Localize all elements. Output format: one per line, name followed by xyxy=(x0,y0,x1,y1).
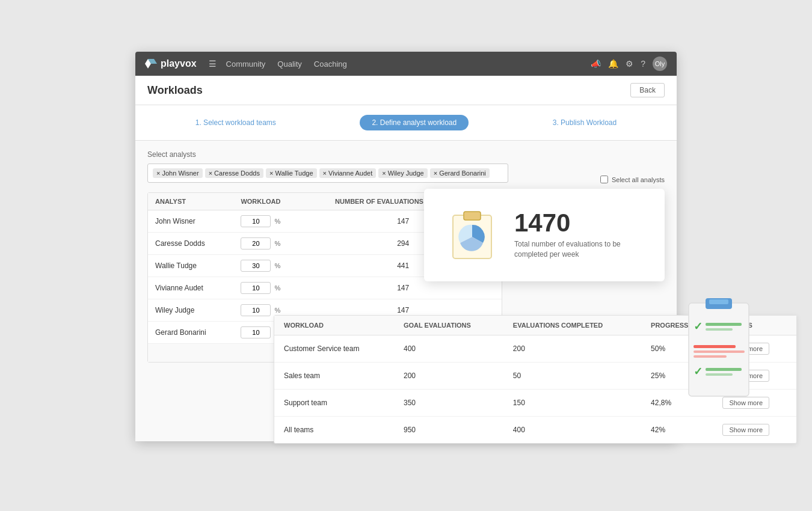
svg-text:✓: ✓ xyxy=(694,320,703,332)
popup-description: Total number of evaluations to be comple… xyxy=(514,239,623,260)
checklist-decoration: ✓ ✓ xyxy=(683,291,755,402)
nav-quality[interactable]: Quality xyxy=(277,60,301,69)
wt-workload: All teams xyxy=(274,417,394,444)
nav-icons: 📣 🔔 ⚙ ? Oly xyxy=(591,57,667,71)
step-1[interactable]: 1. Select workload teams xyxy=(183,115,288,130)
popup-card: 1470 Total number of evaluations to be c… xyxy=(424,189,665,281)
back-button[interactable]: Back xyxy=(630,83,665,97)
wt-workload: Customer Service team xyxy=(274,335,394,363)
logo: playvox xyxy=(145,58,197,70)
navbar: playvox ☰ Community Quality Coaching 📣 🔔… xyxy=(135,52,677,76)
bell-icon[interactable]: 🔔 xyxy=(608,59,618,69)
wt-col-workload: WORKLOAD xyxy=(274,316,394,335)
workload-cell: % xyxy=(233,210,304,233)
analyst-name: John Wisner xyxy=(148,210,233,233)
wt-completed: 200 xyxy=(503,335,641,363)
tags-input[interactable]: × John Wisner × Caresse Dodds × Wallie T… xyxy=(147,164,508,183)
wt-goal: 950 xyxy=(394,417,503,444)
popup-number: 1470 xyxy=(514,210,623,236)
workload-input-3[interactable] xyxy=(241,260,271,272)
col-analyst: ANALYST xyxy=(148,193,233,210)
popup-clipboard-icon xyxy=(448,207,496,263)
main-content: Select analysts × John Wisner × Caresse … xyxy=(135,141,677,441)
analyst-name: Gerard Bonarini xyxy=(148,322,233,344)
tag-john-wisner[interactable]: × John Wisner xyxy=(153,168,203,178)
wt-col-completed: EVALUATIONS COMPLETED xyxy=(503,316,641,335)
analyst-name: Vivianne Audet xyxy=(148,277,233,299)
analyst-name: Caresse Dodds xyxy=(148,233,233,255)
workload-input-2[interactable] xyxy=(241,237,271,249)
svg-rect-3 xyxy=(464,212,481,220)
workload-cell: % xyxy=(233,277,304,299)
megaphone-icon[interactable]: 📣 xyxy=(591,59,601,69)
pct-label: % xyxy=(274,218,280,225)
wt-workload: Support team xyxy=(274,390,394,417)
wt-goal: 400 xyxy=(394,335,503,363)
tag-wallie-tudge[interactable]: × Wallie Tudge xyxy=(266,168,317,178)
wt-goal: 200 xyxy=(394,363,503,390)
show-more-button[interactable]: Show more xyxy=(722,424,769,436)
page-header: Workloads Back xyxy=(135,76,677,105)
wt-completed: 50 xyxy=(503,363,641,390)
table-row: All teams 950 400 42% Show more xyxy=(274,417,796,444)
workload-cell: % xyxy=(233,255,304,277)
wt-workload: Sales team xyxy=(274,363,394,390)
svg-rect-13 xyxy=(694,355,727,358)
analyst-name: Wiley Judge xyxy=(148,299,233,322)
logo-text: playvox xyxy=(161,58,197,69)
workload-input-6[interactable] xyxy=(241,326,271,338)
col-workload: WORKLOAD xyxy=(233,193,304,210)
svg-rect-9 xyxy=(706,323,742,326)
tag-wiley-judge[interactable]: × Wiley Judge xyxy=(378,168,427,178)
nav-community[interactable]: Community xyxy=(226,60,266,69)
select-all-checkbox[interactable]: Select all analysts xyxy=(600,176,665,183)
svg-text:✓: ✓ xyxy=(694,366,703,378)
workload-input-1[interactable] xyxy=(241,215,271,227)
steps-bar: 1. Select workload teams 2. Define analy… xyxy=(135,105,677,141)
gear-icon[interactable]: ⚙ xyxy=(626,59,633,69)
pct-label: % xyxy=(274,240,280,247)
pct-label: % xyxy=(274,284,280,292)
logo-icon xyxy=(145,58,157,70)
select-analysts-label: Select analysts xyxy=(147,150,665,159)
workload-input-4[interactable] xyxy=(241,282,271,294)
select-all-input[interactable] xyxy=(600,176,608,183)
tag-gerard-bonarini[interactable]: × Gerard Bonarini xyxy=(430,168,490,178)
svg-rect-5 xyxy=(689,303,749,396)
tag-vivianne-audet[interactable]: × Vivianne Audet xyxy=(319,168,377,178)
wt-completed: 150 xyxy=(503,390,641,417)
select-all-label: Select all analysts xyxy=(612,176,665,183)
workload-input-5[interactable] xyxy=(241,304,271,316)
browser-window: playvox ☰ Community Quality Coaching 📣 🔔… xyxy=(135,52,677,441)
wt-goal: 350 xyxy=(394,390,503,417)
svg-rect-7 xyxy=(709,299,728,304)
svg-rect-16 xyxy=(706,373,733,376)
help-icon[interactable]: ? xyxy=(641,59,645,69)
popup-content: 1470 Total number of evaluations to be c… xyxy=(514,210,623,260)
wt-options: Show more xyxy=(713,417,796,444)
page-title: Workloads xyxy=(147,84,203,97)
pct-label: % xyxy=(274,262,280,269)
wt-completed: 400 xyxy=(503,417,641,444)
step-2[interactable]: 2. Define analyst workload xyxy=(360,115,469,130)
tag-caresse-dodds[interactable]: × Caresse Dodds xyxy=(205,168,263,178)
hamburger-icon[interactable]: ☰ xyxy=(209,59,217,69)
avatar-initials: Oly xyxy=(655,60,665,67)
svg-rect-15 xyxy=(706,368,742,371)
analyst-name: Wallie Tudge xyxy=(148,255,233,277)
wt-col-goal: GOAL EVALUATIONS xyxy=(394,316,503,335)
avatar[interactable]: Oly xyxy=(653,57,667,71)
pct-label: % xyxy=(274,307,280,314)
svg-rect-11 xyxy=(694,345,736,348)
step-3[interactable]: 3. Publish Workload xyxy=(541,115,629,130)
nav-coaching[interactable]: Coaching xyxy=(314,60,347,69)
svg-rect-10 xyxy=(706,328,733,331)
svg-rect-12 xyxy=(694,350,745,353)
workload-cell: % xyxy=(233,233,304,255)
wt-progress: 42% xyxy=(641,417,713,444)
nav-links: Community Quality Coaching xyxy=(226,60,591,69)
